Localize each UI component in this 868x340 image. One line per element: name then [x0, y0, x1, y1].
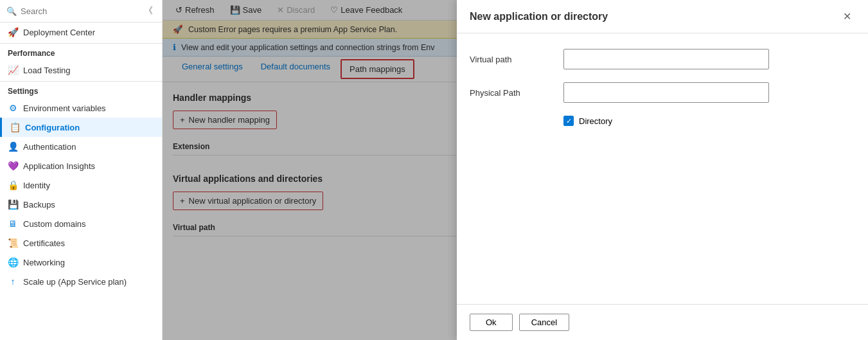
physical-path-input[interactable]	[563, 82, 769, 103]
networking-icon: 🌐	[8, 257, 18, 267]
sidebar-item-label: Configuration	[25, 123, 80, 132]
sidebar-item-label: Backups	[23, 200, 55, 210]
directory-label: Directory	[579, 116, 612, 126]
sidebar-item-scale-up[interactable]: ↑ Scale up (App Service plan)	[0, 272, 162, 291]
app-insights-icon: 💜	[8, 161, 18, 171]
modal-panel: New application or directory ✕ Virtual p…	[457, 0, 868, 340]
sidebar-item-label: Application Insights	[23, 161, 95, 171]
sidebar-item-label: Authentication	[23, 142, 76, 152]
sidebar-item-authentication[interactable]: 👤 Authentication	[0, 137, 162, 156]
deployment-center-icon: 🚀	[8, 27, 18, 37]
sidebar-item-custom-domains[interactable]: 🖥 Custom domains	[0, 214, 162, 233]
modal-footer: Ok Cancel	[457, 304, 868, 340]
identity-icon: 🔒	[8, 180, 18, 190]
ok-button[interactable]: Ok	[470, 314, 513, 331]
backups-icon: 💾	[8, 199, 18, 210]
sidebar-section-settings: Settings	[0, 81, 162, 98]
sidebar-item-networking[interactable]: 🌐 Networking	[0, 253, 162, 272]
physical-path-row: Physical Path	[470, 82, 855, 103]
sidebar-item-deployment-center[interactable]: 🚀 Deployment Center	[0, 22, 162, 42]
sidebar-item-label: Scale up (App Service plan)	[23, 277, 127, 287]
virtual-path-row: Virtual path	[470, 49, 855, 69]
sidebar-item-backups[interactable]: 💾 Backups	[0, 195, 162, 214]
sidebar-item-label: Environment variables	[23, 103, 106, 113]
sidebar-item-label: Certificates	[23, 238, 65, 248]
env-vars-icon: ⚙	[8, 103, 18, 113]
sidebar-item-configuration[interactable]: 📋 Configuration	[0, 118, 162, 137]
custom-domains-icon: 🖥	[8, 219, 18, 229]
search-input[interactable]	[21, 6, 137, 16]
sidebar-item-load-testing[interactable]: 📈 Load Testing	[0, 60, 162, 80]
directory-checkbox[interactable]	[563, 116, 574, 126]
sidebar-search-container: 🔍 《	[0, 0, 162, 22]
physical-path-label: Physical Path	[470, 88, 553, 98]
sidebar-item-identity[interactable]: 🔒 Identity	[0, 175, 162, 195]
authentication-icon: 👤	[8, 141, 18, 152]
sidebar-item-application-insights[interactable]: 💜 Application Insights	[0, 156, 162, 175]
virtual-path-input[interactable]	[563, 49, 769, 69]
certificates-icon: 📜	[8, 238, 18, 248]
sidebar-item-label: Deployment Center	[23, 28, 95, 37]
sidebar-item-certificates[interactable]: 📜 Certificates	[0, 233, 162, 253]
scale-up-icon: ↑	[8, 276, 18, 287]
configuration-icon: 📋	[10, 122, 20, 132]
modal-overlay: New application or directory ✕ Virtual p…	[163, 0, 868, 340]
modal-body: Virtual path Physical Path Directory	[457, 33, 868, 304]
sidebar-section-performance: Performance	[0, 43, 162, 60]
main-content: ↺ Refresh 💾 Save ✕ Discard ♡ Leave Feedb…	[163, 0, 868, 340]
modal-header: New application or directory ✕	[457, 0, 868, 33]
directory-checkbox-row: Directory	[563, 116, 855, 126]
load-testing-icon: 📈	[8, 65, 18, 75]
sidebar-item-label: Load Testing	[23, 66, 71, 75]
collapse-icon[interactable]: 《	[141, 4, 155, 18]
modal-title: New application or directory	[470, 11, 608, 22]
sidebar-item-label: Identity	[23, 181, 50, 190]
modal-close-button[interactable]: ✕	[839, 9, 855, 24]
search-icon: 🔍	[6, 6, 17, 16]
virtual-path-label: Virtual path	[470, 55, 553, 64]
sidebar-item-label: Custom domains	[23, 219, 86, 229]
cancel-button[interactable]: Cancel	[519, 314, 569, 331]
sidebar: 🔍 《 🚀 Deployment Center Performance 📈 Lo…	[0, 0, 163, 340]
sidebar-item-label: Networking	[23, 258, 65, 267]
sidebar-item-environment-variables[interactable]: ⚙ Environment variables	[0, 98, 162, 118]
